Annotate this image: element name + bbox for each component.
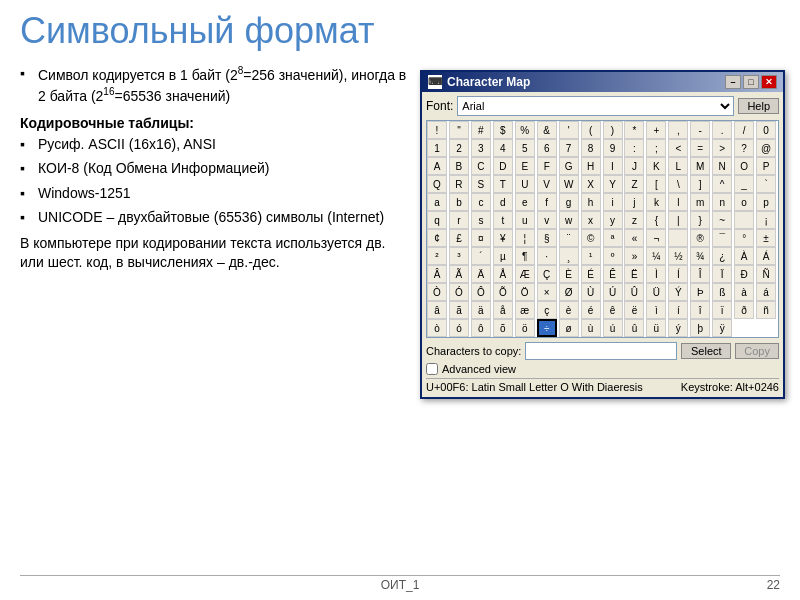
char-cell[interactable]: 6	[537, 139, 557, 157]
char-cell[interactable]: ª	[603, 229, 623, 247]
char-cell[interactable]: ¡	[756, 211, 776, 229]
char-cell[interactable]: î	[690, 301, 710, 319]
char-cell[interactable]: !	[427, 121, 447, 139]
char-cell[interactable]: $	[493, 121, 513, 139]
char-cell[interactable]: ­	[668, 229, 688, 247]
char-cell[interactable]: ²	[427, 247, 447, 265]
char-cell[interactable]: w	[559, 211, 579, 229]
char-cell[interactable]: õ	[493, 319, 513, 337]
char-cell[interactable]: N	[712, 157, 732, 175]
char-cell[interactable]: c	[471, 193, 491, 211]
char-cell[interactable]: Ä	[471, 265, 491, 283]
char-cell[interactable]: º	[603, 247, 623, 265]
char-cell[interactable]: C	[471, 157, 491, 175]
char-cell[interactable]: «	[624, 229, 644, 247]
char-cell[interactable]: \	[668, 175, 688, 193]
char-cell[interactable]: ÷	[537, 319, 557, 337]
char-cell[interactable]: L	[668, 157, 688, 175]
char-cell[interactable]: Ü	[646, 283, 666, 301]
char-cell[interactable]: ä	[471, 301, 491, 319]
char-cell[interactable]: Q	[427, 175, 447, 193]
char-cell[interactable]: Õ	[493, 283, 513, 301]
char-cell[interactable]: Í	[668, 265, 688, 283]
char-cell[interactable]: 9	[603, 139, 623, 157]
char-cell[interactable]: ¾	[690, 247, 710, 265]
char-cell[interactable]: ×	[537, 283, 557, 301]
advanced-view-checkbox[interactable]	[426, 363, 438, 375]
char-cell[interactable]: o	[734, 193, 754, 211]
char-cell[interactable]: ð	[734, 301, 754, 319]
select-button[interactable]: Select	[681, 343, 731, 359]
char-cell[interactable]: b	[449, 193, 469, 211]
char-cell[interactable]: <	[668, 139, 688, 157]
char-cell[interactable]: ò	[427, 319, 447, 337]
char-cell[interactable]: B	[449, 157, 469, 175]
char-cell[interactable]: ý	[668, 319, 688, 337]
char-cell[interactable]: k	[646, 193, 666, 211]
char-cell[interactable]: )	[603, 121, 623, 139]
char-cell[interactable]: q	[427, 211, 447, 229]
char-cell[interactable]: ?	[734, 139, 754, 157]
char-cell[interactable]: R	[449, 175, 469, 193]
char-cell[interactable]: T	[493, 175, 513, 193]
char-cell[interactable]: Ì	[646, 265, 666, 283]
char-cell[interactable]: £	[449, 229, 469, 247]
char-cell[interactable]: `	[756, 175, 776, 193]
char-cell[interactable]: á	[756, 283, 776, 301]
char-cell[interactable]: >	[712, 139, 732, 157]
char-cell[interactable]: W	[559, 175, 579, 193]
char-cell[interactable]: ´	[471, 247, 491, 265]
char-cell[interactable]: Û	[624, 283, 644, 301]
char-cell[interactable]: 7	[559, 139, 579, 157]
char-cell[interactable]: O	[734, 157, 754, 175]
char-cell[interactable]: a	[427, 193, 447, 211]
char-cell[interactable]: ½	[668, 247, 688, 265]
characters-to-copy-input[interactable]	[525, 342, 677, 360]
char-cell[interactable]: ©	[581, 229, 601, 247]
char-cell[interactable]: ê	[603, 301, 623, 319]
char-cell[interactable]: ü	[646, 319, 666, 337]
char-cell[interactable]: Ç	[537, 265, 557, 283]
char-cell[interactable]: ì	[646, 301, 666, 319]
char-cell[interactable]: m	[690, 193, 710, 211]
char-cell[interactable]: Ò	[427, 283, 447, 301]
char-cell[interactable]: {	[646, 211, 666, 229]
char-cell[interactable]: M	[690, 157, 710, 175]
char-cell[interactable]: ¿	[712, 247, 732, 265]
char-cell[interactable]: :	[624, 139, 644, 157]
char-cell[interactable]: é	[581, 301, 601, 319]
char-cell[interactable]: È	[559, 265, 579, 283]
char-cell[interactable]: }	[690, 211, 710, 229]
char-cell[interactable]: É	[581, 265, 601, 283]
char-cell[interactable]: l	[668, 193, 688, 211]
char-cell[interactable]: ¹	[581, 247, 601, 265]
char-cell[interactable]: A	[427, 157, 447, 175]
char-cell[interactable]: 2	[449, 139, 469, 157]
char-cell[interactable]: i	[603, 193, 623, 211]
char-cell[interactable]: ö	[515, 319, 535, 337]
char-cell[interactable]: Ë	[624, 265, 644, 283]
char-cell[interactable]: æ	[515, 301, 535, 319]
char-cell[interactable]: ·	[537, 247, 557, 265]
char-cell[interactable]: ¬	[646, 229, 666, 247]
char-cell[interactable]: ë	[624, 301, 644, 319]
char-cell[interactable]: 3	[471, 139, 491, 157]
char-cell[interactable]: Å	[493, 265, 513, 283]
char-cell[interactable]: °	[734, 229, 754, 247]
char-cell[interactable]: F	[537, 157, 557, 175]
char-cell[interactable]: Î	[690, 265, 710, 283]
char-cell[interactable]: ó	[449, 319, 469, 337]
char-cell[interactable]: g	[559, 193, 579, 211]
char-cell[interactable]: ú	[603, 319, 623, 337]
char-cell[interactable]: /	[734, 121, 754, 139]
char-cell[interactable]: Á	[756, 247, 776, 265]
char-cell[interactable]: à	[734, 283, 754, 301]
char-cell[interactable]: [	[646, 175, 666, 193]
char-cell[interactable]: ¨	[559, 229, 579, 247]
char-cell[interactable]	[734, 211, 754, 229]
char-cell[interactable]: &	[537, 121, 557, 139]
char-cell[interactable]: I	[603, 157, 623, 175]
char-cell[interactable]: ;	[646, 139, 666, 157]
char-cell[interactable]: .	[712, 121, 732, 139]
char-cell[interactable]: ~	[712, 211, 732, 229]
